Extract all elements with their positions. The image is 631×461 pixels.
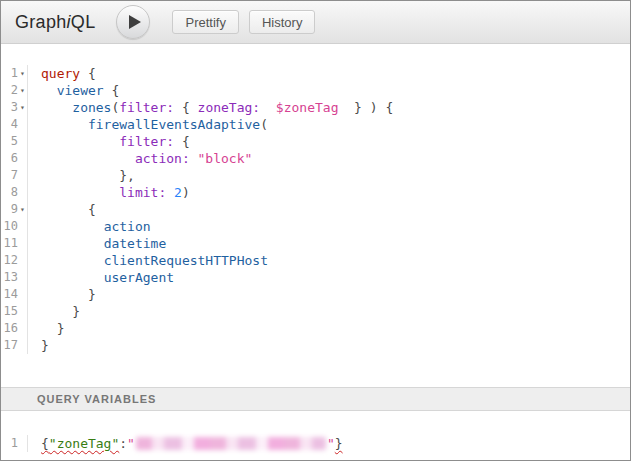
code-token: action xyxy=(104,219,151,234)
code-token: } xyxy=(41,338,49,353)
code-token xyxy=(41,117,88,132)
code-token: { xyxy=(80,66,96,81)
code-line-7[interactable]: 7 }, xyxy=(1,167,630,184)
code-token xyxy=(41,219,104,234)
line-number: 14 xyxy=(1,286,18,303)
code-line-content: userAgent xyxy=(28,269,174,286)
gutter: 14 xyxy=(1,286,28,303)
code-line-12[interactable]: 12 clientRequestHTTPHost xyxy=(1,252,630,269)
code-line-6[interactable]: 6 action: "block" xyxy=(1,150,630,167)
gutter: 2▾ xyxy=(1,82,28,99)
code-token: } ) { xyxy=(338,100,393,115)
query-editor[interactable]: 1▾query {2▾ viewer {3▾ zones(filter: { z… xyxy=(1,44,630,387)
fold-spacer xyxy=(18,184,27,201)
code-line-content: query { xyxy=(28,65,96,82)
code-token: ( xyxy=(260,117,268,132)
code-line-5[interactable]: 5 filter: { xyxy=(1,133,630,150)
gutter: 12 xyxy=(1,252,28,269)
code-token: query xyxy=(41,66,80,81)
variables-editor[interactable]: 1{"zoneTag":""} xyxy=(1,411,630,460)
code-line-15[interactable]: 15 } xyxy=(1,303,630,320)
code-line-4[interactable]: 4 firewallEventsAdaptive( xyxy=(1,116,630,133)
gutter: 15 xyxy=(1,303,28,320)
fold-arrow-icon[interactable]: ▾ xyxy=(18,65,27,82)
code-token: firewallEventsAdaptive xyxy=(88,117,260,132)
code-token: }, xyxy=(41,168,135,183)
code-token xyxy=(41,236,104,251)
gutter: 3▾ xyxy=(1,99,28,116)
line-number: 3 xyxy=(1,99,18,116)
code-line-content: } xyxy=(28,303,80,320)
code-line-17[interactable]: 17} xyxy=(1,337,630,354)
code-line-content: } xyxy=(28,337,49,354)
code-line-8[interactable]: 8 limit: 2) xyxy=(1,184,630,201)
code-line-3[interactable]: 3▾ zones(filter: { zoneTag: $zoneTag } )… xyxy=(1,99,630,116)
code-token: { xyxy=(41,436,49,451)
fold-arrow-icon[interactable]: ▾ xyxy=(18,82,27,99)
code-line-content: } xyxy=(28,320,64,337)
fold-spacer xyxy=(18,150,27,167)
execute-button[interactable] xyxy=(116,5,150,39)
play-icon xyxy=(129,15,141,29)
code-line-content: action: "block" xyxy=(28,150,252,167)
gutter: 1 xyxy=(1,435,28,452)
code-line-1[interactable]: 1▾query { xyxy=(1,65,630,82)
code-line-13[interactable]: 13 userAgent xyxy=(1,269,630,286)
fold-arrow-icon[interactable]: ▾ xyxy=(18,201,27,218)
code-line-10[interactable]: 10 action xyxy=(1,218,630,235)
gutter: 5 xyxy=(1,133,28,150)
fold-spacer xyxy=(18,235,27,252)
gutter: 1▾ xyxy=(1,65,28,82)
code-line-content: filter: { xyxy=(28,133,190,150)
code-token: $zoneTag xyxy=(276,100,339,115)
code-token xyxy=(41,134,119,149)
code-line-2[interactable]: 2▾ viewer { xyxy=(1,82,630,99)
code-line-16[interactable]: 16 } xyxy=(1,320,630,337)
code-line-9[interactable]: 9▾ { xyxy=(1,201,630,218)
code-token: } xyxy=(335,436,343,451)
code-token: filter: xyxy=(119,134,174,149)
fold-spacer xyxy=(18,269,27,286)
fold-spacer xyxy=(18,435,27,452)
variables-line-1[interactable]: 1{"zoneTag":""} xyxy=(1,435,630,452)
line-number: 15 xyxy=(1,303,18,320)
line-number: 1 xyxy=(1,65,18,82)
fold-spacer xyxy=(18,286,27,303)
query-variables-header[interactable]: QUERY VARIABLES xyxy=(1,387,630,411)
fold-spacer xyxy=(18,116,27,133)
code-token: } xyxy=(41,304,80,319)
fold-spacer xyxy=(18,133,27,150)
code-token: filter: xyxy=(119,100,174,115)
variables-code: 1{"zoneTag":""} xyxy=(1,411,630,452)
code-token: action: xyxy=(135,151,190,166)
code-token: ) xyxy=(182,185,190,200)
line-number: 1 xyxy=(1,435,18,452)
history-button[interactable]: History xyxy=(249,10,315,34)
gutter: 10 xyxy=(1,218,28,235)
code-token: { xyxy=(104,83,120,98)
code-line-content: zones(filter: { zoneTag: $zoneTag } ) { xyxy=(28,99,393,116)
gutter: 9▾ xyxy=(1,201,28,218)
line-number: 10 xyxy=(1,218,18,235)
code-token: " xyxy=(327,436,335,451)
query-variables-title: QUERY VARIABLES xyxy=(37,393,156,405)
code-line-content: { xyxy=(28,201,96,218)
gutter: 13 xyxy=(1,269,28,286)
logo-text-graph: Graph xyxy=(15,12,67,32)
prettify-button[interactable]: Prettify xyxy=(172,10,238,34)
fold-arrow-icon[interactable]: ▾ xyxy=(18,99,27,116)
code-line-content: action xyxy=(28,218,151,235)
code-token xyxy=(41,185,119,200)
gutter: 17 xyxy=(1,337,28,354)
fold-spacer xyxy=(18,252,27,269)
code-line-14[interactable]: 14 } xyxy=(1,286,630,303)
graphiql-window: GraphiQL Prettify History 1▾query {2▾ vi… xyxy=(0,0,631,461)
gutter: 11 xyxy=(1,235,28,252)
line-number: 8 xyxy=(1,184,18,201)
line-number: 5 xyxy=(1,133,18,150)
line-number: 12 xyxy=(1,252,18,269)
code-token xyxy=(260,100,276,115)
code-line-11[interactable]: 11 datetime xyxy=(1,235,630,252)
code-line-content: limit: 2) xyxy=(28,184,190,201)
code-token xyxy=(41,83,57,98)
